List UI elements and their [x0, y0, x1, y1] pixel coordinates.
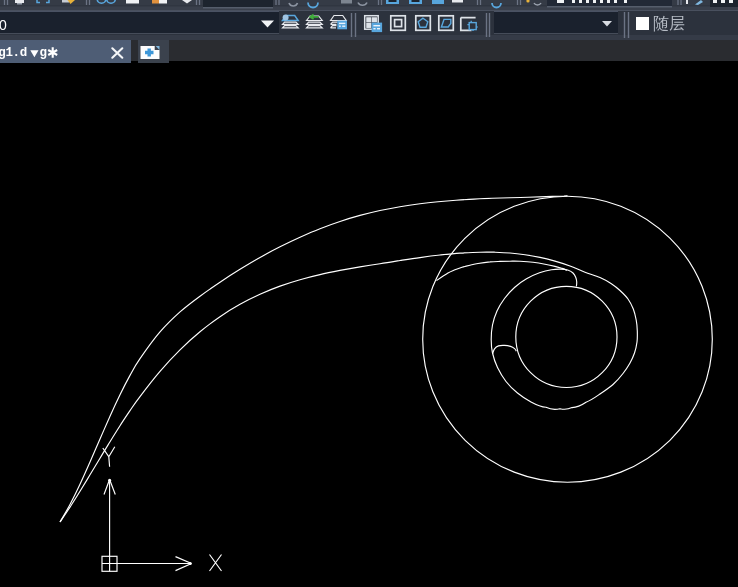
svg-text:随层: 随层 — [653, 15, 685, 32]
svg-text:0: 0 — [0, 17, 7, 33]
